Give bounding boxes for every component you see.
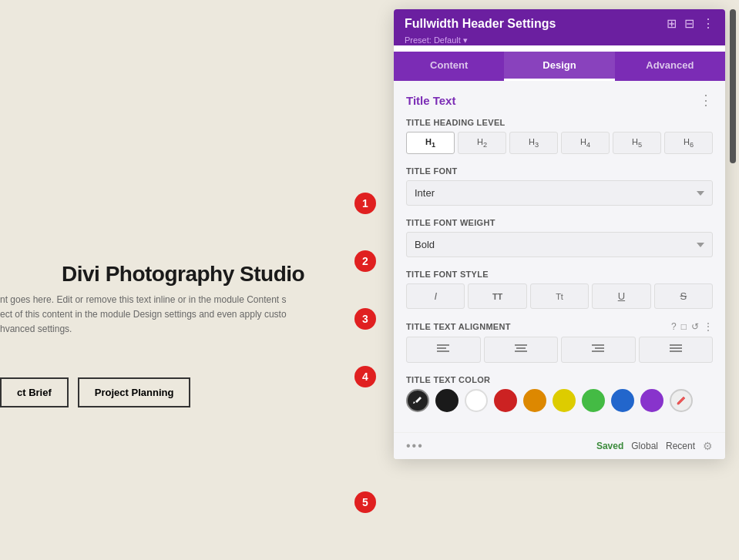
panel-split-icon[interactable]: ⊟	[684, 18, 694, 30]
bottom-actions: Saved Global Recent ⚙	[596, 440, 713, 452]
style-underline-btn[interactable]: U	[592, 283, 650, 309]
title-font-weight-label: Title Font Weight	[406, 218, 713, 227]
heading-btn-h4[interactable]: H4	[561, 132, 610, 154]
color-blue[interactable]	[611, 389, 634, 412]
panel-header: Fullwidth Header Settings ⊞ ⊟ ⋮ Preset: …	[394, 9, 725, 45]
align-left-btn[interactable]	[406, 337, 481, 363]
title-font-label: Title Font	[406, 166, 713, 176]
svg-rect-4	[515, 344, 527, 346]
step-1: 1	[354, 193, 376, 214]
canvas-title: Divi Photography Studio	[62, 262, 304, 287]
title-font-select[interactable]: Inter	[406, 180, 713, 206]
alignment-more-icon[interactable]: ⋮	[704, 321, 713, 332]
panel-bottom-bar: ••• Saved Global Recent ⚙	[394, 432, 725, 459]
section-menu-button[interactable]: ⋮	[699, 93, 713, 107]
svg-rect-9	[595, 347, 604, 349]
svg-rect-14	[670, 350, 682, 352]
color-red[interactable]	[494, 389, 517, 412]
color-custom-pen[interactable]	[670, 389, 693, 412]
style-strikethrough-btn[interactable]: S	[654, 283, 713, 309]
style-uppercase-btn[interactable]: TT	[468, 283, 526, 309]
recent-button[interactable]: Recent	[666, 441, 695, 451]
step-2: 2	[354, 250, 376, 272]
alignment-label: Title Text Alignment	[406, 322, 511, 331]
color-purple[interactable]	[640, 389, 663, 412]
title-text-alignment-row: Title Text Alignment ? □ ↺ ⋮	[406, 321, 713, 363]
heading-btn-h1[interactable]: H1	[406, 132, 455, 154]
panel-tabs: Content Design Advanced	[394, 52, 725, 81]
panel-title: Fullwidth Header Settings	[405, 17, 556, 31]
alignment-help-icon[interactable]: ?	[671, 321, 677, 332]
heading-btn-h5[interactable]: H5	[613, 132, 661, 154]
canvas-btn-1[interactable]: ct Brief	[0, 377, 69, 407]
svg-rect-0	[437, 344, 449, 346]
color-green[interactable]	[582, 389, 605, 412]
color-black[interactable]	[435, 389, 459, 412]
svg-rect-8	[592, 344, 604, 346]
color-orange[interactable]	[523, 389, 546, 412]
align-right-btn[interactable]	[561, 337, 636, 363]
global-button[interactable]: Global	[631, 441, 658, 451]
align-center-btn[interactable]	[484, 337, 559, 363]
color-white[interactable]	[465, 389, 488, 412]
section-header: Title Text ⋮	[406, 93, 713, 107]
section-title: Title Text	[406, 94, 455, 107]
svg-rect-2	[437, 350, 449, 352]
saved-button[interactable]: Saved	[596, 441, 623, 451]
canvas-buttons: ct Brief Project Planning	[0, 377, 190, 407]
title-font-style-row: Title Font Style I TT Tt U S	[406, 270, 713, 309]
panel-preset[interactable]: Preset: Default	[405, 35, 714, 45]
title-font-row: Title Font Inter	[406, 166, 713, 206]
panel-body: Title Text ⋮ Title Heading Level H1 H2 H…	[394, 81, 725, 432]
bottom-dots[interactable]: •••	[406, 439, 424, 453]
svg-rect-1	[437, 347, 446, 349]
alignment-reset-icon[interactable]: ↺	[691, 321, 699, 332]
heading-levels: H1 H2 H3 H4 H5 H6	[406, 132, 713, 154]
title-heading-level-label: Title Heading Level	[406, 118, 713, 127]
tab-advanced[interactable]: Advanced	[615, 52, 725, 81]
step-3: 3	[354, 308, 376, 330]
alignment-buttons	[406, 337, 713, 363]
heading-btn-h3[interactable]: H3	[509, 132, 558, 154]
step-5: 5	[354, 491, 376, 513]
step-4: 4	[354, 366, 376, 387]
svg-rect-6	[515, 350, 527, 352]
tab-design[interactable]: Design	[504, 52, 614, 81]
svg-rect-10	[592, 350, 604, 352]
canvas-btn-2[interactable]: Project Planning	[78, 377, 191, 407]
style-titlecase-btn[interactable]: Tt	[530, 283, 589, 309]
canvas-body-text: nt goes here. Edit or remove this text i…	[0, 293, 354, 337]
align-justify-btn[interactable]	[639, 337, 714, 363]
svg-rect-5	[516, 347, 526, 349]
color-yellow[interactable]	[553, 389, 576, 412]
scrollbar[interactable]	[730, 9, 736, 163]
panel-header-top: Fullwidth Header Settings ⊞ ⊟ ⋮	[405, 17, 714, 31]
heading-btn-h2[interactable]: H2	[458, 132, 506, 154]
color-eyedropper[interactable]	[406, 389, 429, 412]
panel-expand-icon[interactable]: ⊞	[667, 18, 677, 30]
title-text-color-row: Title Text Color	[406, 375, 713, 412]
alignment-tools: ? □ ↺ ⋮	[671, 321, 713, 332]
svg-rect-12	[670, 344, 682, 346]
panel-more-icon[interactable]: ⋮	[702, 18, 714, 30]
tab-content[interactable]: Content	[394, 52, 504, 81]
alignment-header: Title Text Alignment ? □ ↺ ⋮	[406, 321, 713, 332]
settings-panel: Fullwidth Header Settings ⊞ ⊟ ⋮ Preset: …	[394, 9, 725, 459]
svg-rect-13	[670, 347, 682, 349]
style-buttons: I TT Tt U S	[406, 283, 713, 309]
heading-btn-h6[interactable]: H6	[664, 132, 713, 154]
gear-icon[interactable]: ⚙	[703, 440, 713, 452]
title-font-weight-select[interactable]: Bold	[406, 232, 713, 257]
title-heading-level-row: Title Heading Level H1 H2 H3 H4 H5 H6	[406, 118, 713, 154]
title-font-style-label: Title Font Style	[406, 270, 713, 279]
title-text-color-label: Title Text Color	[406, 375, 713, 384]
title-font-weight-row: Title Font Weight Bold	[406, 218, 713, 257]
color-swatches	[406, 389, 713, 412]
panel-header-icons: ⊞ ⊟ ⋮	[667, 18, 714, 30]
style-italic-btn[interactable]: I	[406, 283, 465, 309]
alignment-device-icon[interactable]: □	[681, 321, 687, 332]
